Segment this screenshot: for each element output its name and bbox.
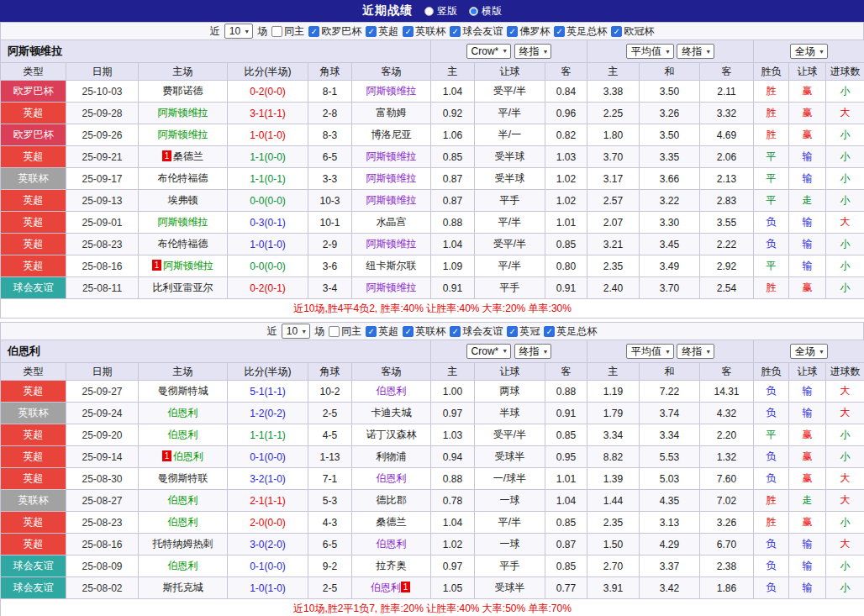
league-filter-checkbox[interactable]: ✓英冠	[507, 324, 540, 339]
league-filter-checkbox[interactable]: ✓英联杯	[403, 324, 445, 339]
match-score[interactable]: 3-1(1-1)	[228, 103, 308, 124]
league-filter-checkbox[interactable]: ✓佛罗杯	[507, 24, 550, 39]
average-select[interactable]: 平均值▼	[626, 44, 674, 59]
home-team-name[interactable]: 伯恩利	[139, 424, 228, 446]
league-filter-checkbox[interactable]: ✓英超	[366, 24, 398, 39]
same-home-checkbox[interactable]: 同主	[271, 24, 304, 39]
match-score[interactable]: 1-0(1-0)	[228, 124, 308, 146]
league-type-badge: 英超	[1, 446, 66, 468]
recent-count-select[interactable]: 10 ▼	[282, 324, 310, 339]
layout-radio-horizontal[interactable]: 横版	[469, 4, 502, 18]
league-filter-checkbox[interactable]: ✓欧冠杯	[611, 24, 654, 39]
europe-time-select[interactable]: 终指▼	[677, 44, 714, 59]
league-filter-checkbox[interactable]: ✓英联杯	[403, 24, 445, 39]
home-team-name[interactable]: 比利亚雷亚尔	[139, 277, 228, 299]
page-title: 近期战绩	[362, 3, 413, 18]
match-score[interactable]: 2-0(0-0)	[228, 512, 308, 534]
home-team-name[interactable]: 伯恩利	[139, 403, 228, 424]
average-select[interactable]: 平均值▼	[626, 344, 674, 359]
league-filter-checkbox[interactable]: ✓球会友谊	[450, 324, 503, 339]
away-team-name[interactable]: 阿斯顿维拉	[352, 190, 431, 212]
match-score[interactable]: 0-3(0-1)	[228, 212, 308, 234]
away-team-name[interactable]: 德比郡	[352, 490, 431, 512]
match-score[interactable]: 1-0(1-0)	[228, 234, 308, 255]
match-date: 25-08-11	[66, 277, 139, 299]
away-team-name[interactable]: 纽卡斯尔联	[352, 255, 431, 277]
league-filter-checkbox[interactable]: ✓欧罗巴杯	[308, 24, 361, 39]
column-header: 类型	[1, 63, 66, 81]
home-team-name[interactable]: 曼彻斯特城	[139, 381, 228, 403]
match-score[interactable]: 1-1(1-1)	[228, 424, 308, 446]
layout-radio-vertical[interactable]: 竖版	[424, 4, 457, 18]
match-score[interactable]: 0-1(0-0)	[228, 446, 308, 468]
europe-time-select[interactable]: 终指▼	[677, 344, 714, 359]
home-team-name[interactable]: 1阿斯顿维拉	[139, 255, 228, 277]
match-row: 英超25-09-141伯恩利0-1(0-0)1-13利物浦0.94受球半0.95…	[1, 446, 864, 468]
scope-select[interactable]: 全场▼	[790, 344, 828, 359]
away-team-name[interactable]: 阿斯顿维拉	[352, 146, 431, 168]
away-team-name[interactable]: 诺丁汉森林	[352, 424, 431, 446]
home-team-name[interactable]: 阿斯顿维拉	[139, 124, 228, 146]
home-team-name[interactable]: 伯恩利	[139, 555, 228, 577]
away-team-name[interactable]: 卡迪夫城	[352, 403, 431, 424]
away-team-name[interactable]: 阿斯顿维拉	[352, 234, 431, 255]
match-score[interactable]: 3-0(2-0)	[228, 534, 308, 555]
away-team-name[interactable]: 伯恩利	[352, 381, 431, 403]
avg-away-odds: 2.20	[700, 424, 754, 446]
away-team-name[interactable]: 富勒姆	[352, 103, 431, 124]
league-filter-checkbox[interactable]: ✓英足总杯	[554, 24, 607, 39]
away-team-name[interactable]: 伯恩利	[352, 468, 431, 490]
home-team-name[interactable]: 托特纳姆热刺	[139, 534, 228, 555]
match-score[interactable]: 1-1(0-1)	[228, 168, 308, 190]
recent-count-select[interactable]: 10 ▼	[224, 24, 253, 39]
corner-score: 5-3	[308, 490, 352, 512]
away-team-name[interactable]: 阿斯顿维拉	[352, 168, 431, 190]
match-score[interactable]: 0-2(0-0)	[228, 81, 308, 103]
checkbox-checked-icon: ✓	[366, 326, 377, 337]
match-score[interactable]: 0-2(0-1)	[228, 277, 308, 299]
team-name-text: 博洛尼亚	[371, 129, 412, 140]
home-team-name[interactable]: 斯托克城	[139, 577, 228, 599]
home-team-name[interactable]: 曼彻斯特联	[139, 468, 228, 490]
away-team-name[interactable]: 利物浦	[352, 446, 431, 468]
column-header: 比分(半场)	[228, 363, 308, 381]
scope-select[interactable]: 全场▼	[790, 44, 828, 59]
bookmaker-select[interactable]: Crow*▼	[466, 44, 512, 59]
home-team-name[interactable]: 费耶诺德	[139, 81, 228, 103]
match-score[interactable]: 5-1(1-1)	[228, 381, 308, 403]
home-team-name[interactable]: 1桑德兰	[139, 146, 228, 168]
home-team-name[interactable]: 阿斯顿维拉	[139, 212, 228, 234]
home-team-name[interactable]: 埃弗顿	[139, 190, 228, 212]
match-score[interactable]: 1-2(0-2)	[228, 403, 308, 424]
home-team-name[interactable]: 阿斯顿维拉	[139, 103, 228, 124]
odds-time-select[interactable]: 终指▼	[514, 44, 552, 59]
bookmaker-select[interactable]: Crow*▼	[466, 344, 512, 359]
result-winloss: 胜	[754, 81, 789, 103]
league-filter-checkbox[interactable]: ✓英超	[366, 324, 398, 339]
odds-time-select[interactable]: 终指▼	[514, 344, 552, 359]
home-team-name[interactable]: 伯恩利	[139, 512, 228, 534]
match-score[interactable]: 2-1(1-1)	[228, 490, 308, 512]
home-team-name[interactable]: 伯恩利	[139, 490, 228, 512]
league-filter-checkbox[interactable]: ✓英足总杯	[544, 324, 597, 339]
home-team-name[interactable]: 布伦特福德	[139, 168, 228, 190]
match-score[interactable]: 0-1(0-0)	[228, 555, 308, 577]
home-team-name[interactable]: 1伯恩利	[139, 446, 228, 468]
home-team-name[interactable]: 布伦特福德	[139, 234, 228, 255]
match-score[interactable]: 0-0(0-0)	[228, 255, 308, 277]
match-score[interactable]: 1-1(0-0)	[228, 146, 308, 168]
away-team-name[interactable]: 水晶宫	[352, 212, 431, 234]
away-team-name[interactable]: 桑德兰	[352, 512, 431, 534]
away-team-name[interactable]: 拉齐奥	[352, 555, 431, 577]
away-team-name[interactable]: 阿斯顿维拉	[352, 81, 431, 103]
match-score[interactable]: 3-2(1-0)	[228, 468, 308, 490]
away-team-name[interactable]: 伯恩利1	[352, 577, 431, 599]
match-score[interactable]: 1-0(1-0)	[228, 577, 308, 599]
match-row: 英联杯25-09-24伯恩利1-2(0-2)2-5卡迪夫城0.97半球0.911…	[1, 403, 864, 424]
away-team-name[interactable]: 博洛尼亚	[352, 124, 431, 146]
match-score[interactable]: 0-0(0-0)	[228, 190, 308, 212]
away-team-name[interactable]: 伯恩利	[352, 534, 431, 555]
same-home-checkbox[interactable]: 同主	[329, 324, 361, 339]
league-filter-checkbox[interactable]: ✓球会友谊	[450, 24, 503, 39]
away-team-name[interactable]: 阿斯顿维拉	[352, 277, 431, 299]
